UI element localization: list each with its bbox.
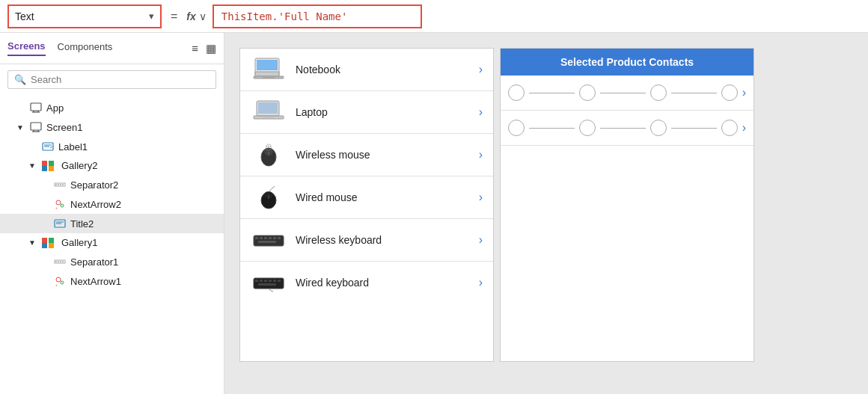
tree-label-screen1: Screen1 <box>46 122 82 133</box>
formula-box[interactable]: ThisItem.'Full Name' <box>213 4 422 28</box>
fx-text: fx <box>186 10 195 22</box>
tab-screens[interactable]: Screens <box>7 40 46 56</box>
tree-label-separator2: Separator2 <box>70 179 118 191</box>
svg-rect-50 <box>258 241 276 243</box>
product-item-wireless-keyboard[interactable]: Wireless keyboard › <box>240 219 493 262</box>
search-icon: 🔍 <box>14 74 26 85</box>
product-item-wired-keyboard[interactable]: Wired keyboard › <box>240 262 493 304</box>
svg-rect-47 <box>269 237 272 239</box>
tree-item-screen1[interactable]: ▼ Screen1 <box>0 117 224 137</box>
product-arrow-wired-mouse: › <box>479 191 483 204</box>
main-layout: Screens Components ≡ ▦ 🔍 App <box>0 33 868 394</box>
tree-item-nextarrow2[interactable]: + NextArrow2 <box>0 194 224 214</box>
tree-label-title2: Title2 <box>70 218 94 230</box>
sidebar: Screens Components ≡ ▦ 🔍 App <box>0 33 224 394</box>
list-view-icon[interactable]: ≡ <box>192 42 198 55</box>
tree-item-separator2[interactable]: Separator2 <box>0 175 224 194</box>
tab-icons: ≡ ▦ <box>192 42 216 55</box>
separator-icon <box>54 179 66 191</box>
contact-circle <box>579 84 596 101</box>
tree-label-label1: Label1 <box>58 141 88 153</box>
tree-item-app[interactable]: App <box>0 98 224 117</box>
tree-label-nextarrow1: NextArrow1 <box>70 276 121 287</box>
contact-arrow: › <box>742 86 746 99</box>
canvas: Notebook › Laptop › <box>224 33 868 394</box>
tree-label-gallery1: Gallery1 <box>61 237 97 248</box>
contact-line <box>600 93 646 93</box>
fx-label: fx ∨ <box>186 10 206 22</box>
contact-row-2[interactable]: › <box>501 111 754 146</box>
contact-line <box>529 93 575 93</box>
laptop-icon <box>251 99 287 126</box>
svg-rect-32 <box>258 102 278 114</box>
svg-rect-46 <box>264 237 267 239</box>
contact-line <box>529 128 575 129</box>
product-arrow-notebook: › <box>479 63 483 76</box>
product-name-wireless-mouse: Wireless mouse <box>296 149 470 161</box>
search-input[interactable] <box>31 74 210 85</box>
contact-circle <box>650 84 667 101</box>
wireless-mouse-icon <box>251 141 287 168</box>
tree-item-gallery1[interactable]: ▼ Gallery1 <box>0 233 224 252</box>
product-panel: Notebook › Laptop › <box>239 48 494 362</box>
sidebar-tabs: Screens Components ≡ ▦ <box>0 33 224 64</box>
svg-rect-58 <box>258 283 276 286</box>
contact-circle <box>721 84 738 101</box>
grid-view-icon[interactable]: ▦ <box>206 42 216 55</box>
tree-item-gallery2[interactable]: ▼ Gallery2 <box>0 156 224 175</box>
formula-text: ThisItem.'Full Name' <box>221 10 348 22</box>
product-item-wireless-mouse[interactable]: Wireless mouse › <box>240 134 493 176</box>
contact-circle <box>650 120 667 136</box>
contact-circle <box>579 120 596 136</box>
fx-chevron[interactable]: ∨ <box>199 10 207 22</box>
product-name-notebook: Notebook <box>296 64 470 76</box>
product-arrow-laptop: › <box>479 105 483 119</box>
contacts-panel: Selected Product Contacts › <box>500 48 754 362</box>
tree-label-separator1: Separator1 <box>70 256 118 268</box>
separator1-icon <box>54 256 66 268</box>
expand-icon: ▼ <box>16 123 25 132</box>
title-icon <box>54 218 66 230</box>
contact-line <box>671 93 717 93</box>
product-name-wired-mouse: Wired mouse <box>296 191 470 203</box>
toolbar: ▾ = fx ∨ ThisItem.'Full Name' <box>0 0 868 33</box>
contact-row-1[interactable]: › <box>501 76 754 111</box>
product-arrow-wireless-keyboard: › <box>479 233 483 247</box>
contact-circle <box>508 84 525 101</box>
app-icon <box>30 102 42 114</box>
svg-rect-56 <box>273 280 276 282</box>
expand-icon: ▼ <box>28 238 37 247</box>
notebook-icon <box>251 56 287 83</box>
svg-rect-52 <box>255 280 258 282</box>
product-item-laptop[interactable]: Laptop › <box>240 91 493 134</box>
nextarrow1-icon: + <box>54 275 66 287</box>
svg-rect-4 <box>31 123 41 130</box>
tree-item-separator1[interactable]: Separator1 <box>0 252 224 271</box>
tree-item-title2[interactable]: Title2 <box>0 214 224 233</box>
svg-rect-53 <box>260 280 263 282</box>
tree-item-nextarrow1[interactable]: + NextArrow1 <box>0 271 224 291</box>
tree-item-label1[interactable]: Label1 <box>0 137 224 156</box>
contact-line <box>671 128 717 129</box>
svg-rect-28 <box>257 60 278 70</box>
svg-rect-45 <box>260 237 263 239</box>
tab-components[interactable]: Components <box>58 41 113 55</box>
product-item-notebook[interactable]: Notebook › <box>240 49 493 91</box>
product-arrow-wireless-mouse: › <box>479 148 483 161</box>
product-item-wired-mouse[interactable]: Wired mouse › <box>240 176 493 219</box>
gallery-icon <box>42 161 54 171</box>
text-property-box[interactable]: ▾ <box>7 4 162 28</box>
tree-label-app: App <box>46 102 64 114</box>
search-box[interactable]: 🔍 <box>7 70 216 89</box>
text-property-input[interactable] <box>15 10 146 22</box>
contact-circle <box>508 120 525 136</box>
tree-label-gallery2: Gallery2 <box>61 160 97 171</box>
label-icon <box>42 141 54 153</box>
svg-rect-55 <box>269 280 272 282</box>
svg-rect-57 <box>278 280 281 282</box>
svg-rect-49 <box>278 237 281 239</box>
product-name-laptop: Laptop <box>296 106 470 118</box>
wired-keyboard-icon <box>251 269 287 296</box>
wireless-keyboard-icon <box>251 227 287 253</box>
property-dropdown-arrow[interactable]: ▾ <box>149 10 154 22</box>
